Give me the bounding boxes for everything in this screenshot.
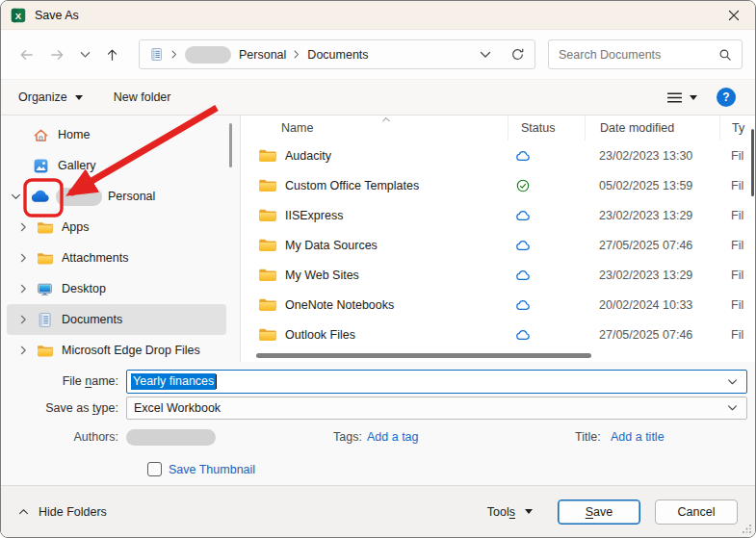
authors-label: Authors: [1,430,118,444]
save-thumbnail-checkbox[interactable] [147,462,162,476]
save-button[interactable]: Save [558,500,640,525]
breadcrumb[interactable]: Personal Documents [139,39,535,69]
file-name: My Data Sources [285,239,378,252]
sidebar-item-attachments[interactable]: Attachments [7,243,226,273]
folder-icon [258,327,276,342]
horizontal-scrollbar[interactable] [256,353,591,358]
sidebar-item-desktop[interactable]: Desktop [7,273,226,304]
column-header-name[interactable]: Name [241,115,508,141]
excel-app-icon [11,8,26,23]
file-row[interactable]: Audacity 23/02/2023 13:30 Fil [241,141,755,170]
documents-icon [149,47,164,62]
forward-button[interactable] [44,40,69,69]
file-type: Fil [719,239,755,252]
resize-grip[interactable] [742,524,752,534]
file-row[interactable]: OneNote Notebooks 20/02/2024 10:33 Fil [241,290,755,320]
folder-icon [258,297,276,312]
save-as-dialog: Save As Personal Documents [0,0,756,538]
help-icon: ? [722,90,729,104]
column-header-type[interactable]: Ty [719,115,755,141]
file-type: Fil [719,269,755,282]
back-button[interactable] [13,40,39,69]
date-modified: 23/02/2023 13:30 [585,149,719,163]
documents-icon [37,312,53,328]
sort-ascending-icon [381,116,391,122]
file-row[interactable]: Outlook Files 27/05/2025 07:46 Fil [241,320,755,349]
cancel-button[interactable]: Cancel [655,500,738,525]
chevron-right-icon[interactable] [20,315,27,324]
folder-icon [258,238,276,252]
chevron-down-icon[interactable] [727,405,738,412]
file-name-input[interactable]: Yearly finances [126,370,747,394]
new-folder-button[interactable]: New folder [114,90,171,104]
file-row[interactable]: My Data Sources 27/05/2025 07:46 Fil [241,230,755,260]
refresh-icon[interactable] [510,47,525,62]
organize-button[interactable]: Organize [18,90,83,104]
chevron-down-icon[interactable] [11,193,21,200]
status-icon [515,179,531,192]
hide-folders-button[interactable]: Hide Folders [18,505,107,519]
redacted-breadcrumb-segment [185,46,231,64]
text-cursor [216,374,217,389]
sidebar-item-onedrive-personal[interactable]: Personal [7,181,226,212]
column-header-date-modified[interactable]: Date modified [585,115,719,141]
redacted-author-name [126,429,216,446]
file-row[interactable]: My Web Sites 23/02/2023 13:29 Fil [241,260,755,290]
save-fields-section: File name: Yearly finances Save as type:… [1,362,755,487]
sidebar-item-documents[interactable]: Documents [7,304,226,335]
file-type: Fil [719,298,755,312]
gallery-icon [33,158,49,174]
sidebar-item-microsoft-edge-drop-files[interactable]: Microsoft Edge Drop Files [7,335,226,362]
tools-button[interactable]: Tools [487,505,533,519]
vertical-scrollbar[interactable] [751,129,754,196]
file-type: Fil [719,209,755,222]
chevron-down-icon[interactable] [727,378,738,385]
add-a-tag-link[interactable]: Add a tag [367,430,419,444]
file-name-label: File name: [1,374,118,388]
chevron-right-icon[interactable] [20,284,27,294]
up-button[interactable] [100,40,125,69]
file-row[interactable]: Custom Office Templates 05/02/2025 13:59… [241,170,755,200]
column-header-status[interactable]: Status [508,115,585,141]
new-folder-label: New folder [114,90,171,104]
search-icon[interactable] [718,48,732,62]
close-button[interactable] [713,1,755,30]
save-as-type-dropdown[interactable]: Excel Workbook [126,397,747,420]
breadcrumb-segment-documents[interactable]: Documents [307,48,368,62]
save-thumbnail-label[interactable]: Save Thumbnail [169,463,255,476]
status-cell [508,209,585,222]
chevron-right-icon[interactable] [20,253,27,263]
sidebar-item-label: Desktop [62,282,106,295]
recent-locations-button[interactable] [76,40,94,69]
file-name: My Web Sites [285,269,359,282]
selected-text: Yearly finances [131,373,216,390]
status-cell [508,328,585,342]
file-row[interactable]: IISExpress 23/02/2023 13:29 Fil [241,200,755,230]
date-modified: 05/02/2025 13:59 [585,179,719,192]
sidebar-item-gallery[interactable]: Gallery [7,150,226,181]
desktop-icon [37,281,53,297]
status-cell [508,149,585,163]
sidebar-item-label: Apps [62,220,90,234]
help-button[interactable]: ? [717,88,736,107]
sidebar-item-home[interactable]: Home [7,119,226,150]
sidebar-scrollbar[interactable] [229,123,232,167]
tags-label: Tags: [333,430,362,444]
caret-down-icon [75,95,83,100]
view-options-button[interactable] [666,91,697,104]
chevron-right-icon[interactable] [20,346,27,355]
breadcrumb-segment-personal[interactable]: Personal [239,48,286,62]
file-list-header: Name Status Date modified Ty [241,115,755,141]
sidebar-item-apps[interactable]: Apps [7,212,226,243]
folder-icon [258,178,276,192]
folder-icon [258,268,276,282]
address-dropdown-icon[interactable] [480,51,491,59]
file-name: IISExpress [285,209,343,222]
chevron-right-icon[interactable] [20,222,27,232]
search-input[interactable] [559,48,718,62]
date-modified: 27/05/2025 07:46 [585,239,719,252]
add-a-title-link[interactable]: Add a title [611,430,665,444]
file-type: Fil [719,149,755,163]
chevron-right-icon [294,50,300,59]
status-icon [515,298,531,312]
